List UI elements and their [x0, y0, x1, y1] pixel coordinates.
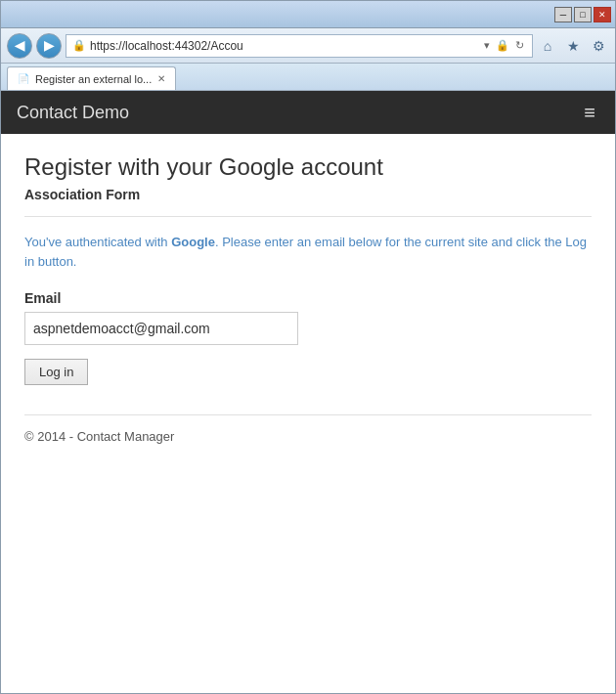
footer-separator [24, 414, 592, 415]
favorites-icon[interactable]: ★ [562, 35, 584, 57]
form-subtitle: Association Form [24, 187, 592, 202]
refresh-icon[interactable]: ↻ [513, 39, 526, 52]
main-content: Register with your Google account Associ… [1, 134, 615, 693]
address-actions: ▾ 🔒 ↻ [482, 39, 526, 52]
login-button[interactable]: Log in [24, 359, 88, 385]
close-button[interactable]: ✕ [594, 7, 611, 22]
app-brand[interactable]: Contact Demo [17, 103, 129, 123]
settings-icon[interactable]: ⚙ [588, 35, 609, 57]
maximize-button[interactable]: □ [574, 7, 592, 22]
forward-button[interactable]: ▶ [36, 33, 62, 59]
toolbar-icons: ⌂ ★ ⚙ [537, 35, 609, 57]
hamburger-menu-button[interactable]: ≡ [580, 98, 599, 128]
dropdown-icon[interactable]: ▾ [482, 39, 492, 52]
title-bar: ─ □ ✕ [1, 1, 615, 28]
provider-name: Google [171, 235, 215, 249]
info-text: You've authenticated with Google. Please… [24, 233, 592, 271]
lock-icon[interactable]: 🔒 [494, 39, 511, 52]
minimize-button[interactable]: ─ [554, 7, 572, 22]
tab-bar: 📄 Register an external lo... ✕ [1, 64, 615, 91]
back-button[interactable]: ◀ [7, 33, 32, 59]
address-text[interactable]: https://localhost:44302/Accou [90, 39, 478, 53]
page-icon: 🔒 [72, 39, 86, 52]
page-title: Register with your Google account [24, 153, 592, 181]
email-label: Email [24, 290, 592, 306]
email-input[interactable] [24, 312, 298, 345]
tab-label: Register an external lo... [35, 73, 152, 85]
active-tab[interactable]: 📄 Register an external lo... ✕ [7, 66, 176, 90]
footer-text: © 2014 - Contact Manager [24, 429, 592, 444]
app-navbar: Contact Demo ≡ [1, 91, 615, 134]
info-text-before: You've authenticated with [24, 235, 171, 249]
address-input-wrapper: 🔒 https://localhost:44302/Accou ▾ 🔒 ↻ [66, 34, 533, 58]
home-icon[interactable]: ⌂ [537, 35, 558, 57]
title-bar-controls: ─ □ ✕ [554, 7, 611, 22]
separator-top [24, 216, 592, 217]
tab-favicon: 📄 [18, 73, 29, 84]
tab-close-button[interactable]: ✕ [157, 73, 165, 84]
window: ─ □ ✕ ◀ ▶ 🔒 https://localhost:44302/Acco… [0, 0, 616, 694]
address-bar: ◀ ▶ 🔒 https://localhost:44302/Accou ▾ 🔒 … [1, 28, 615, 64]
